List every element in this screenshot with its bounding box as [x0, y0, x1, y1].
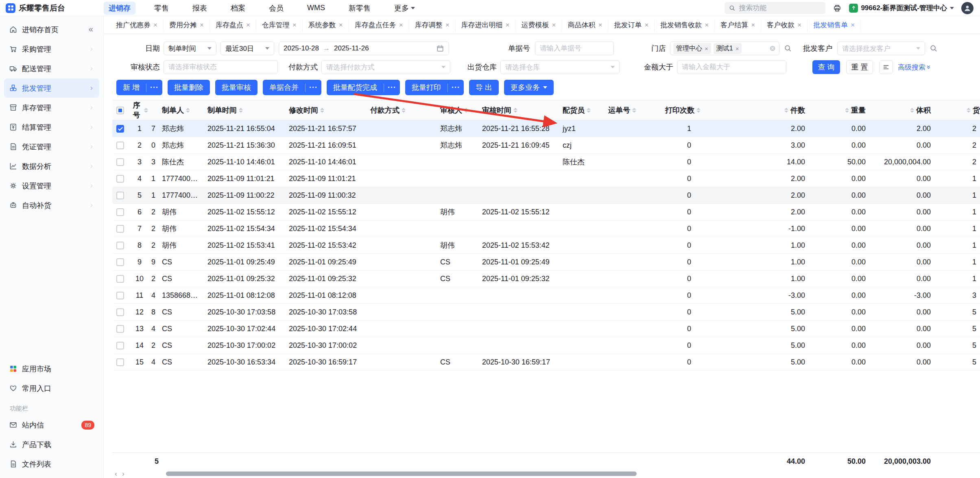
row-checkbox[interactable]	[116, 125, 124, 133]
sort-icon[interactable]	[632, 108, 636, 113]
row-checkbox[interactable]	[116, 158, 124, 166]
printer-icon[interactable]	[833, 4, 842, 13]
sort-icon[interactable]	[784, 108, 788, 113]
date-field-select[interactable]: 制单时间	[164, 41, 216, 55]
table-row[interactable]: 20郑志炜2025-11-21 15:36:302025-11-21 16:09…	[112, 137, 980, 154]
nav-item-档案[interactable]: 档案	[226, 2, 250, 15]
sort-icon[interactable]	[696, 108, 701, 113]
column-header-体积[interactable]: 体积	[869, 100, 934, 120]
column-header-重量[interactable]: 重量	[808, 100, 869, 120]
sort-icon[interactable]	[402, 108, 406, 113]
sort-icon[interactable]	[513, 108, 517, 113]
close-icon[interactable]: ×	[705, 45, 708, 52]
table-row[interactable]: 33陈仕杰2025-11-10 14:46:012025-11-10 14:46…	[112, 154, 980, 170]
sort-icon[interactable]	[587, 108, 591, 113]
close-icon[interactable]: ×	[246, 22, 250, 28]
row-checkbox[interactable]	[116, 208, 124, 216]
more-options-icon[interactable]: ···	[146, 83, 162, 92]
column-settings-button[interactable]	[879, 60, 893, 74]
tab-推广优惠券[interactable]: 推广优惠券×	[110, 19, 164, 31]
column-header-付款方式[interactable]: 付款方式	[367, 100, 437, 120]
audit-status-field[interactable]	[164, 60, 278, 74]
sort-icon[interactable]	[144, 108, 148, 113]
scrollbar-thumb[interactable]	[166, 471, 637, 476]
close-icon[interactable]: ×	[506, 22, 510, 28]
more-options-icon[interactable]: ···	[447, 83, 464, 92]
clear-icon[interactable]	[769, 45, 776, 52]
tab-批发销售单[interactable]: 批发销售单×	[808, 19, 861, 31]
scroll-right-icon[interactable]: ›	[120, 470, 127, 478]
close-icon[interactable]: ×	[705, 22, 709, 28]
sort-icon[interactable]	[910, 108, 914, 113]
nav-item-新零售[interactable]: 新零售	[344, 2, 375, 15]
close-icon[interactable]: ×	[598, 22, 602, 28]
collapse-sidebar-icon[interactable]	[87, 26, 94, 33]
close-icon[interactable]: ×	[200, 22, 204, 28]
pay-method-select[interactable]: 请选择付款方式	[321, 60, 450, 74]
amount-field[interactable]	[677, 60, 786, 74]
column-header-审核人[interactable]: 审核人	[437, 100, 479, 120]
column-header-制单时间[interactable]: 制单时间	[204, 100, 286, 120]
tab-运费模板[interactable]: 运费模板×	[516, 19, 562, 31]
toolbar-button-批量删除[interactable]: 批量删除	[168, 80, 210, 95]
close-icon[interactable]: ×	[339, 22, 343, 28]
column-header-序号[interactable]: 序号	[128, 100, 151, 120]
query-button[interactable]: 查 询	[812, 60, 840, 74]
select-all-checkbox[interactable]	[116, 107, 124, 114]
nav-item-零售[interactable]: 零售	[149, 2, 174, 15]
date-preset-select[interactable]: 最近30日	[220, 41, 274, 55]
warehouse-select[interactable]: 请选择仓库	[500, 60, 620, 74]
sidebar-item-产品下载[interactable]: 产品下载	[4, 435, 99, 454]
column-header-件数[interactable]: 件数	[735, 100, 808, 120]
row-checkbox[interactable]	[116, 325, 124, 333]
customer-select[interactable]: 请选择批发客户	[837, 41, 925, 55]
table-row[interactable]: 128CS2025-10-30 17:03:582025-10-30 17:03…	[112, 304, 980, 321]
sort-icon[interactable]	[320, 108, 324, 113]
toolbar-button-批量审核[interactable]: 批量审核	[215, 80, 258, 95]
sort-icon[interactable]	[239, 108, 243, 113]
sidebar-item-凭证管理[interactable]: 凭证管理	[4, 137, 99, 156]
table-row[interactable]: 142CS2025-10-30 17:00:022025-10-30 17:00…	[112, 337, 980, 354]
close-icon[interactable]: ×	[644, 22, 648, 28]
column-header-货[interactable]: 货	[934, 100, 980, 120]
column-header-打印次数[interactable]: 打印次数	[662, 100, 735, 120]
tab-库存调整[interactable]: 库存调整×	[409, 19, 456, 31]
row-checkbox[interactable]	[116, 342, 124, 349]
table-row[interactable]: 82胡伟2025-11-02 15:53:412025-11-02 15:53:…	[112, 237, 980, 254]
sidebar-item-库存管理[interactable]: 库存管理	[4, 98, 99, 117]
column-header-配货员[interactable]: 配货员	[559, 100, 605, 120]
column-header-审核时间[interactable]: 审核时间	[479, 100, 559, 120]
sidebar-item-进销存首页[interactable]: 进销存首页	[4, 20, 99, 39]
nav-item-报表[interactable]: 报表	[188, 2, 212, 15]
order-no-field[interactable]	[535, 41, 614, 55]
sort-icon[interactable]	[186, 108, 190, 113]
sidebar-item-自动补货[interactable]: 自动补货	[4, 196, 99, 215]
row-checkbox[interactable]	[116, 308, 124, 316]
tab-批发订单[interactable]: 批发订单×	[608, 19, 655, 31]
close-icon[interactable]: ×	[292, 22, 297, 28]
close-icon[interactable]: ×	[851, 22, 855, 28]
row-checkbox[interactable]	[116, 142, 124, 149]
sidebar-item-数据分析[interactable]: 数据分析	[4, 157, 99, 176]
customer-search-icon[interactable]	[929, 44, 938, 53]
toolbar-button-导出[interactable]: 导 出	[469, 80, 499, 95]
table-row[interactable]: 99CS2025-11-01 09:25:492025-11-01 09:25:…	[112, 254, 980, 271]
table-row[interactable]: 17郑志炜2025-11-21 16:55:042025-11-21 16:57…	[112, 120, 980, 137]
row-checkbox[interactable]	[116, 225, 124, 233]
tab-客户结算[interactable]: 客户结算×	[715, 19, 761, 31]
global-search[interactable]	[725, 2, 825, 14]
sort-icon[interactable]	[464, 108, 468, 113]
tab-库存盘点任务[interactable]: 库存盘点任务×	[349, 19, 409, 31]
row-checkbox[interactable]	[116, 258, 124, 266]
column-header-制单人[interactable]: 制单人	[159, 100, 204, 120]
org-switcher[interactable]: 99662-新界面测试-管理中心	[849, 3, 954, 13]
table-row[interactable]: 511777400…2025-11-09 11:00:222025-11-09 …	[112, 187, 980, 204]
advanced-search-link[interactable]: 高级搜索 »	[898, 63, 930, 72]
tab-商品体积[interactable]: 商品体积×	[562, 19, 608, 31]
nav-item-会员[interactable]: 会员	[264, 2, 288, 15]
column-header-修改时间[interactable]: 修改时间	[286, 100, 367, 120]
close-icon[interactable]: ×	[797, 22, 801, 28]
table-row[interactable]: 134CS2025-10-30 17:02:442025-10-30 17:02…	[112, 321, 980, 337]
more-options-icon[interactable]: ···	[305, 83, 321, 92]
column-header-运单号[interactable]: 运单号	[605, 100, 662, 120]
